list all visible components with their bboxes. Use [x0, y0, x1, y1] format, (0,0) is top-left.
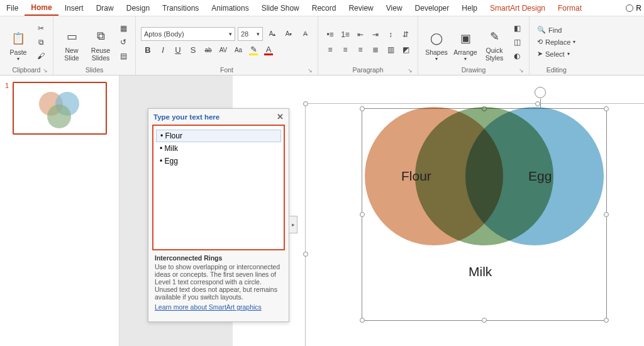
- slide-thumbnail[interactable]: [13, 82, 107, 135]
- indent-increase-button[interactable]: ⇥: [369, 28, 382, 42]
- list-item[interactable]: • Flour: [156, 130, 281, 142]
- replace-icon: ⟲: [537, 38, 543, 46]
- dialog-launcher-icon[interactable]: ↘: [308, 67, 313, 74]
- close-icon[interactable]: ✕: [277, 112, 284, 121]
- tab-animations[interactable]: Animations: [205, 1, 255, 15]
- brush-icon: 🖌: [37, 52, 45, 60]
- slide-thumbnail-panel: 1: [0, 75, 119, 346]
- bold-button[interactable]: B: [141, 43, 155, 57]
- line-spacing-button[interactable]: ↕: [384, 28, 397, 42]
- reset-button[interactable]: ↺: [116, 36, 130, 48]
- ribbon: 📋 Paste ▾ ✂ ⧉ 🖌 Clipboard↘ ▭ New Slide ⧉…: [0, 16, 644, 75]
- dialog-launcher-icon[interactable]: ↘: [408, 67, 413, 74]
- tab-transitions[interactable]: Transitions: [156, 1, 205, 15]
- tab-developer[interactable]: Developer: [409, 1, 456, 15]
- shapes-label: Shapes: [425, 48, 448, 56]
- rotate-handle[interactable]: [535, 87, 546, 98]
- select-button[interactable]: ➤Select▾: [535, 48, 578, 59]
- reuse-slides-icon: ⧉: [92, 28, 109, 45]
- layout-button[interactable]: ▦: [116, 22, 130, 35]
- cursor-icon: ➤: [537, 50, 543, 58]
- underline-button[interactable]: U: [171, 43, 185, 57]
- new-slide-label: New Slide: [64, 47, 79, 62]
- venn-label-milk: Milk: [469, 264, 492, 279]
- tab-record[interactable]: Record: [306, 1, 343, 15]
- shrink-font-button[interactable]: A▾: [282, 27, 296, 41]
- quick-styles-button[interactable]: ✎ Quick Styles: [481, 21, 508, 63]
- italic-button[interactable]: I: [156, 43, 170, 57]
- drawing-group-label: Drawing: [462, 66, 486, 74]
- venn-label-flour: Flour: [401, 169, 431, 184]
- bullets-button[interactable]: •≡: [323, 28, 337, 42]
- replace-button[interactable]: ⟲Replace▾: [535, 36, 578, 47]
- tab-help[interactable]: Help: [455, 1, 484, 15]
- paste-button[interactable]: 📋 Paste ▾: [5, 21, 31, 63]
- list-item-label: Egg: [165, 157, 178, 165]
- font-name-select[interactable]: Aptos (Body)▾: [141, 27, 235, 41]
- list-item[interactable]: • Milk: [160, 142, 277, 155]
- smartart-text-pane[interactable]: Type your text here ✕ • Flour • Milk • E…: [148, 108, 289, 322]
- tab-smartart-design[interactable]: SmartArt Design: [484, 1, 552, 15]
- cut-button[interactable]: ✂: [34, 22, 48, 35]
- new-slide-button[interactable]: ▭ New Slide: [58, 21, 85, 63]
- tab-file[interactable]: File: [0, 1, 25, 15]
- format-painter-button[interactable]: 🖌: [34, 50, 48, 62]
- shape-effects-button[interactable]: ◐: [510, 50, 524, 62]
- section-button[interactable]: ▤: [116, 50, 130, 62]
- shadow-button[interactable]: S: [186, 43, 200, 57]
- font-group-label: Font: [220, 66, 233, 74]
- right-label: R: [636, 4, 641, 13]
- change-case-button[interactable]: Aa: [231, 43, 245, 57]
- columns-button[interactable]: ▥: [384, 43, 397, 57]
- tab-insert[interactable]: Insert: [58, 1, 90, 15]
- workspace: 1: [0, 75, 644, 346]
- find-button[interactable]: 🔍Find: [535, 25, 578, 35]
- shape-fill-button[interactable]: ◧: [510, 22, 524, 35]
- align-right-button[interactable]: ≡: [353, 43, 367, 57]
- shapes-button[interactable]: ◯ Shapes ▾: [423, 21, 450, 63]
- tab-view[interactable]: View: [380, 1, 409, 15]
- learn-more-link[interactable]: Learn more about SmartArt graphics: [155, 303, 262, 311]
- text-pane-list[interactable]: • Flour • Milk • Egg: [152, 125, 285, 250]
- group-font: Aptos (Body)▾ 28▾ A▴ A▾ A̶ B I U S ab AV…: [136, 16, 318, 75]
- tab-draw[interactable]: Draw: [90, 1, 120, 15]
- strike-button[interactable]: ab: [201, 43, 215, 57]
- align-left-button[interactable]: ≡: [323, 43, 337, 57]
- tab-slideshow[interactable]: Slide Show: [255, 1, 306, 15]
- shapes-icon: ◯: [428, 30, 445, 47]
- editing-group-label: Editing: [547, 66, 567, 74]
- arrange-button[interactable]: ▣ Arrange ▾: [452, 21, 479, 63]
- slides-group-label: Slides: [86, 66, 104, 74]
- select-label: Select: [545, 50, 565, 58]
- reuse-slides-button[interactable]: ⧉ Reuse Slides: [87, 21, 114, 63]
- dialog-launcher-icon[interactable]: ↘: [43, 67, 48, 74]
- shape-outline-button[interactable]: ◫: [510, 36, 524, 48]
- clear-format-button[interactable]: A̶: [298, 27, 312, 41]
- text-pane-toggle[interactable]: ▸: [289, 216, 297, 233]
- tab-review[interactable]: Review: [342, 1, 379, 15]
- new-slide-icon: ▭: [63, 28, 80, 45]
- highlight-button[interactable]: ✎: [247, 43, 260, 57]
- tab-format[interactable]: Format: [552, 1, 588, 15]
- font-color-button[interactable]: A: [262, 43, 275, 57]
- record-icon: [626, 4, 633, 12]
- group-clipboard: 📋 Paste ▾ ✂ ⧉ 🖌 Clipboard↘: [0, 16, 53, 75]
- justify-button[interactable]: ≣: [369, 43, 382, 57]
- align-center-button[interactable]: ≡: [338, 43, 352, 57]
- text-direction-button[interactable]: ⇵: [399, 28, 413, 42]
- dialog-launcher-icon[interactable]: ↘: [519, 67, 524, 74]
- numbering-button[interactable]: 1≡: [338, 28, 352, 42]
- indent-decrease-button[interactable]: ⇤: [353, 28, 367, 42]
- list-item[interactable]: • Egg: [160, 155, 277, 167]
- tab-design[interactable]: Design: [120, 1, 156, 15]
- copy-button[interactable]: ⧉: [34, 36, 48, 48]
- smartart-convert-button[interactable]: ◩: [399, 43, 413, 57]
- info-body: Use to show overlapping or interconnecte…: [155, 263, 282, 301]
- tab-home[interactable]: Home: [25, 1, 58, 16]
- search-icon: 🔍: [537, 26, 546, 34]
- font-size-select[interactable]: 28▾: [238, 27, 263, 41]
- grow-font-button[interactable]: A▴: [265, 27, 279, 41]
- chevron-down-icon: ▾: [464, 56, 467, 62]
- group-drawing: ◯ Shapes ▾ ▣ Arrange ▾ ✎ Quick Styles ◧ …: [418, 16, 530, 75]
- char-spacing-button[interactable]: AV: [216, 43, 230, 57]
